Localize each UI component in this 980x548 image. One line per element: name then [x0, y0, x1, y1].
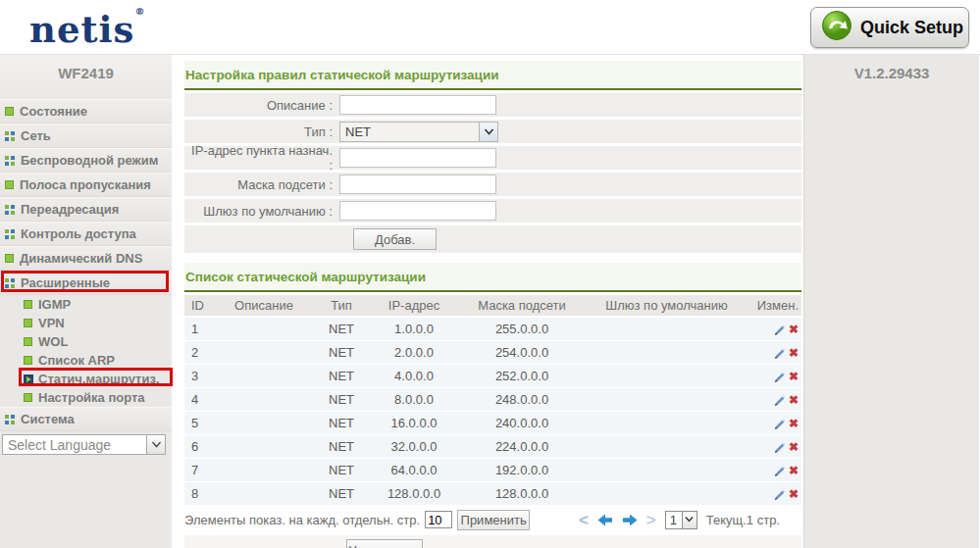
apply-button[interactable]: Применить	[457, 510, 530, 530]
prev-page-arrow-icon[interactable]	[597, 514, 613, 526]
bullet-icon	[5, 180, 14, 189]
bullet-icon	[24, 356, 32, 365]
cell-mask: 192.0.0.0	[459, 463, 585, 477]
cell-ip: 128.0.0.0	[369, 486, 459, 501]
dest-ip-label: IP-адрес пункта назнач. :	[184, 143, 339, 173]
delete-all-button[interactable]: Удалить все	[346, 539, 423, 548]
description-label: Описание :	[184, 98, 339, 113]
col-gateway: Шлюз по умолчанию	[585, 298, 748, 313]
page-select[interactable]: 1	[665, 511, 697, 529]
type-select[interactable]: NET	[339, 122, 498, 142]
cell-mask: 255.0.0.0	[459, 322, 585, 336]
table-row: 5NET16.0.0.0240.0.0.0 ✖	[184, 412, 801, 434]
sidebar-subitem-igmp[interactable]: IGMP	[0, 295, 172, 314]
delete-x-icon[interactable]: ✖	[789, 393, 799, 407]
edit-pencil-icon[interactable]	[773, 440, 786, 453]
gateway-input[interactable]	[339, 201, 496, 221]
table-row: 8NET128.0.0.0128.0.0.0 ✖	[184, 482, 801, 505]
last-page-chevron-icon[interactable]: >	[646, 512, 656, 528]
form-row-gateway: Шлюз по умолчанию :	[184, 199, 801, 223]
sidebar-item-label: Состояние	[20, 104, 87, 119]
sidebar-item-bandwidth[interactable]: Полоса пропускания	[0, 173, 172, 197]
sidebar-item-dynamic-dns[interactable]: Динамический DNS	[0, 246, 172, 271]
edit-pencil-icon[interactable]	[773, 346, 786, 359]
delete-x-icon[interactable]: ✖	[789, 464, 799, 477]
add-button-row: Добав.	[184, 225, 801, 253]
model-name: WF2419	[0, 55, 172, 99]
chevron-down-icon	[146, 435, 165, 454]
delete-x-icon[interactable]: ✖	[789, 487, 799, 501]
cell-type: NET	[314, 416, 369, 430]
quick-setup-icon	[821, 10, 852, 45]
edit-pencil-icon[interactable]	[773, 464, 786, 476]
sidebar-item-label: Система	[21, 412, 75, 426]
sidebar-item-wireless[interactable]: Беспроводной режим	[0, 148, 172, 173]
bullet-icon	[5, 107, 14, 116]
edit-pencil-icon[interactable]	[773, 323, 786, 335]
bullet-icon	[24, 300, 32, 309]
add-button[interactable]: Добав.	[353, 228, 437, 250]
cell-id: 8	[184, 486, 214, 501]
description-input[interactable]	[339, 95, 496, 115]
form-row-description: Описание :	[184, 93, 801, 117]
chevron-down-icon	[479, 123, 497, 141]
language-select[interactable]: Select Language	[2, 434, 166, 455]
cell-ip: 1.0.0.0	[369, 322, 459, 336]
edit-pencil-icon[interactable]	[773, 487, 786, 500]
sidebar-menu: Состояние Сеть Беспроводной режим Полоса…	[0, 99, 172, 431]
delete-x-icon[interactable]: ✖	[789, 346, 799, 360]
sidebar-item-status[interactable]: Состояние	[0, 99, 172, 124]
top-bar: netis® Quick Setup	[0, 0, 980, 55]
cell-ip: 2.0.0.0	[369, 345, 459, 360]
cell-id: 2	[184, 345, 214, 360]
sidebar-item-advanced[interactable]: Расширенные	[0, 271, 172, 295]
quick-setup-button[interactable]: Quick Setup	[810, 7, 969, 48]
dest-ip-input[interactable]	[339, 148, 496, 168]
cell-ip: 4.0.0.0	[369, 369, 459, 383]
grid-icon	[5, 156, 15, 166]
table-row: 1NET1.0.0.0255.0.0.0 ✖	[184, 318, 801, 340]
right-panel: V1.2.29433	[804, 55, 979, 548]
language-select-value: Select Language	[8, 437, 111, 453]
sidebar-subitem-port-settings[interactable]: Настройка порта	[0, 388, 172, 407]
sidebar-item-label: Беспроводной режим	[21, 153, 158, 168]
form-section-title: Настройка правил статической маршрутизац…	[184, 61, 801, 88]
grid-icon	[5, 229, 15, 239]
sidebar-item-system[interactable]: Система	[0, 407, 172, 431]
sidebar-item-label: IGMP	[38, 297, 71, 312]
edit-pencil-icon[interactable]	[773, 417, 786, 429]
delete-x-icon[interactable]: ✖	[789, 440, 799, 454]
table-row: 6NET32.0.0.0224.0.0.0 ✖	[184, 435, 801, 458]
delete-x-icon[interactable]: ✖	[789, 370, 799, 383]
items-per-page-input[interactable]	[425, 511, 452, 528]
cell-type: NET	[314, 439, 369, 454]
items-per-page-label: Элементы показ. на кажд. отдельн. стр.	[184, 513, 420, 527]
sidebar-item-forwarding[interactable]: Переадресация	[0, 197, 172, 222]
next-page-arrow-icon[interactable]	[622, 514, 638, 526]
subnet-mask-input[interactable]	[339, 174, 496, 194]
bullet-icon	[5, 254, 14, 263]
form-row-type: Тип : NET	[184, 120, 801, 143]
play-icon	[24, 374, 33, 384]
edit-pencil-icon[interactable]	[773, 393, 786, 406]
cell-type: NET	[314, 463, 369, 477]
form-row-dest-ip: IP-адрес пункта назнач. :	[184, 146, 801, 170]
col-edit: Измен.	[748, 298, 802, 313]
sidebar-item-access-control[interactable]: Контроль доступа	[0, 222, 172, 246]
sidebar-subitem-arp-list[interactable]: Список ARP	[0, 351, 172, 370]
edit-pencil-icon[interactable]	[773, 370, 786, 382]
cell-id: 6	[184, 439, 214, 454]
delete-x-icon[interactable]: ✖	[789, 417, 799, 430]
delete-x-icon[interactable]: ✖	[789, 323, 799, 336]
sidebar-item-label: VPN	[38, 316, 65, 330]
cell-mask: 252.0.0.0	[459, 369, 585, 383]
quick-setup-label: Quick Setup	[860, 18, 963, 38]
cell-type: NET	[314, 369, 369, 383]
cell-mask: 254.0.0.0	[459, 345, 585, 360]
sidebar-subitem-static-routing[interactable]: Статич.маршрутиз.	[0, 370, 172, 388]
sidebar-subitem-vpn[interactable]: VPN	[0, 314, 172, 332]
first-page-chevron-icon[interactable]: <	[579, 512, 589, 528]
table-row: 3NET4.0.0.0252.0.0.0 ✖	[184, 365, 801, 387]
sidebar-subitem-wol[interactable]: WOL	[0, 332, 172, 351]
sidebar-item-network[interactable]: Сеть	[0, 124, 172, 148]
